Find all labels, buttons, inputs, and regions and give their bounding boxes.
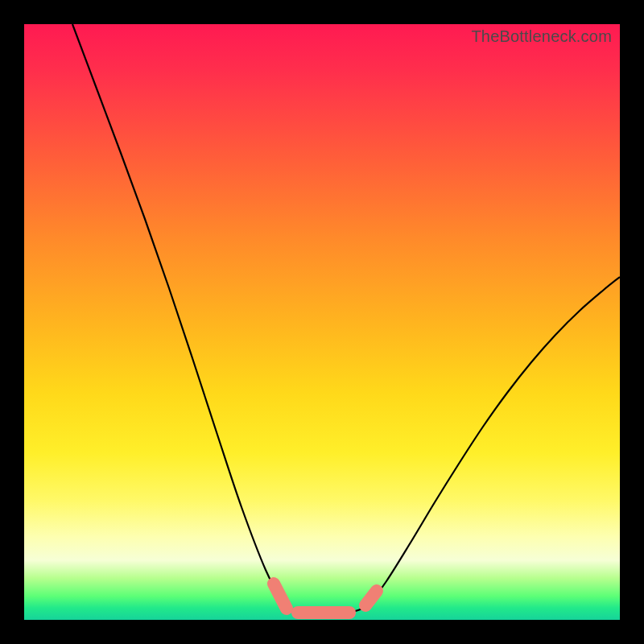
chart-frame: TheBottleneck.com: [0, 0, 644, 644]
plot-area: TheBottleneck.com: [24, 24, 620, 620]
left-slope-marker: [274, 584, 287, 609]
curve-svg: [24, 24, 620, 620]
right-slope-marker: [365, 591, 377, 605]
bottleneck-curve: [72, 24, 620, 614]
